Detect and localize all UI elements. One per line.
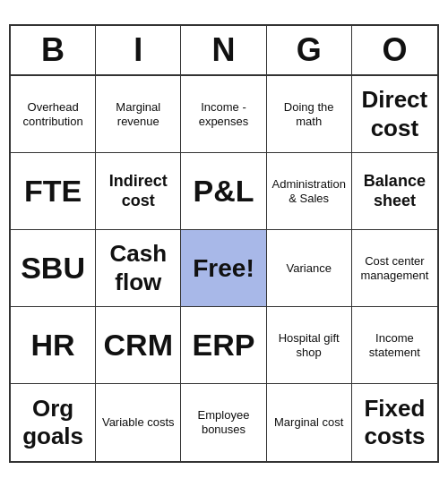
header-letter: O <box>352 26 437 74</box>
bingo-cell: Cost center management <box>352 230 437 307</box>
bingo-cell: Indirect cost <box>96 153 181 230</box>
bingo-cell: Fixed costs <box>352 384 437 461</box>
bingo-cell: Direct cost <box>352 76 437 153</box>
header-letter: I <box>96 26 181 74</box>
header-letter: N <box>181 26 266 74</box>
bingo-cell: Cash flow <box>96 230 181 307</box>
bingo-cell: P&L <box>181 153 266 230</box>
bingo-cell: SBU <box>11 230 96 307</box>
bingo-cell: Hospital gift shop <box>267 307 352 384</box>
bingo-cell: Employee bonuses <box>181 384 266 461</box>
bingo-cell: ERP <box>181 307 266 384</box>
bingo-cell: HR <box>11 307 96 384</box>
bingo-cell: Free! <box>181 230 266 307</box>
bingo-cell: Income - expenses <box>181 76 266 153</box>
bingo-cell: Administration & Sales <box>267 153 352 230</box>
bingo-cell: Income statement <box>352 307 437 384</box>
bingo-card: BINGO Overhead contributionMarginal reve… <box>9 24 439 463</box>
bingo-cell: Marginal cost <box>267 384 352 461</box>
bingo-cell: Doing the math <box>267 76 352 153</box>
bingo-header: BINGO <box>11 26 437 76</box>
bingo-cell: Overhead contribution <box>11 76 96 153</box>
bingo-cell: CRM <box>96 307 181 384</box>
bingo-cell: Org goals <box>11 384 96 461</box>
header-letter: B <box>11 26 96 74</box>
bingo-cell: Variance <box>267 230 352 307</box>
bingo-cell: Balance sheet <box>352 153 437 230</box>
bingo-cell: Marginal revenue <box>96 76 181 153</box>
bingo-cell: FTE <box>11 153 96 230</box>
bingo-grid: Overhead contributionMarginal revenueInc… <box>11 76 437 461</box>
bingo-cell: Variable costs <box>96 384 181 461</box>
header-letter: G <box>267 26 352 74</box>
